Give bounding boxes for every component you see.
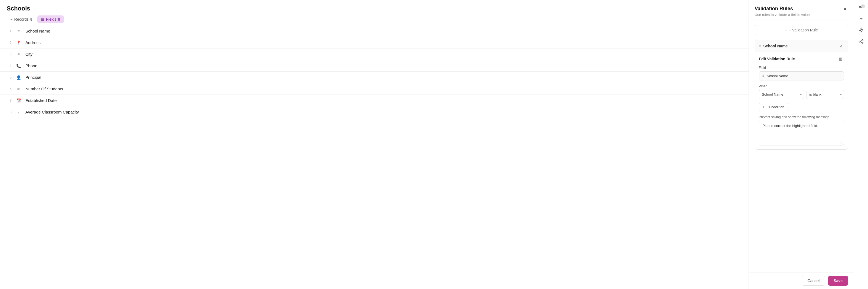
save-button[interactable]: Save <box>828 276 848 286</box>
field-name-2: Address <box>25 40 40 45</box>
field-select-lines-icon: ≡ <box>762 74 765 78</box>
field-num-1: 1 <box>7 29 11 33</box>
filter-icon <box>859 16 864 21</box>
panel-subtitle: Use rules to validate a field's value <box>755 13 848 17</box>
edit-rule-card: Edit Validation Rule 🗑 Field ≡ School Na… <box>755 52 848 149</box>
records-icon: ≡ <box>10 17 13 22</box>
right-sidebar: 1 <box>854 0 868 289</box>
tab-fields[interactable]: ▦ Fields 8 <box>37 15 64 23</box>
field-row: 6 # Number Of Students <box>0 83 749 95</box>
rule-lines-icon: ≡ <box>759 44 761 48</box>
field-num-4: 4 <box>7 64 11 68</box>
field-row: 2 📍 Address <box>0 37 749 48</box>
when-condition-select[interactable]: is blank is not blank equals does not eq… <box>806 90 844 99</box>
field-num-6: 6 <box>7 87 11 91</box>
field-label: Field <box>759 66 844 70</box>
field-name-7: Established Date <box>25 98 57 103</box>
collapse-rule-button[interactable]: ∧ <box>838 43 844 49</box>
when-field-select-wrapper: School Name Address City Phone Principal… <box>759 90 804 99</box>
field-name-5: Principal <box>25 75 41 80</box>
field-select-value: School Name <box>767 74 788 78</box>
rule-section-header: ≡ School Name 1 ∧ <box>755 40 848 52</box>
field-num-7: 7 <box>7 98 11 103</box>
field-icon-4: 📞 <box>16 64 21 68</box>
filter-button[interactable] <box>857 14 866 23</box>
field-name-4: Phone <box>25 63 37 68</box>
field-name-1: School Name <box>25 29 50 33</box>
title-menu-button[interactable]: ... <box>33 5 39 12</box>
plus-icon: + <box>762 105 765 109</box>
cancel-button[interactable]: Cancel <box>802 276 826 286</box>
main-content: Schools ... ≡ Records 5 ▦ Fields 8 1 ≡ S… <box>0 0 749 289</box>
edit-rule-title: Edit Validation Rule <box>759 57 795 61</box>
fields-icon: ▦ <box>41 17 44 22</box>
resize-handle: ⤡ <box>759 140 844 145</box>
svg-point-1 <box>862 40 863 41</box>
prevent-label: Prevent saving and show the following me… <box>759 115 844 119</box>
when-condition-select-wrapper: is blank is not blank equals does not eq… <box>806 90 844 99</box>
panel-body: + + Validation Rule ≡ School Name 1 ∧ Ed… <box>749 21 854 272</box>
add-rule-label: + Validation Rule <box>789 28 818 32</box>
tab-records-label: Records <box>14 17 29 22</box>
tabs-row: ≡ Records 5 ▦ Fields 8 <box>7 15 742 23</box>
field-icon-7: 📅 <box>16 98 21 103</box>
when-field-select[interactable]: School Name Address City Phone Principal… <box>759 90 804 99</box>
when-label: When <box>759 84 844 88</box>
bolt-icon <box>859 28 863 33</box>
field-icon-2: 📍 <box>16 40 21 45</box>
tab-fields-label: Fields <box>46 17 56 22</box>
field-row: 1 ≡ School Name <box>0 25 749 37</box>
rule-section-title: ≡ School Name 1 <box>759 44 792 48</box>
field-name-6: Number Of Students <box>25 86 63 91</box>
svg-point-0 <box>859 41 860 42</box>
field-name-3: City <box>25 52 33 57</box>
panel-footer: Cancel Save <box>749 272 854 289</box>
tab-records[interactable]: ≡ Records 5 <box>7 15 36 23</box>
rule-section-actions: ∧ <box>838 43 844 49</box>
field-num-2: 2 <box>7 40 11 45</box>
field-name-8: Average Classroom Capacity <box>25 110 79 114</box>
field-row: 3 ≡ City <box>0 48 749 60</box>
automation-button[interactable] <box>857 25 866 35</box>
close-panel-button[interactable]: ✕ <box>842 5 848 13</box>
edit-rule-title-row: Edit Validation Rule 🗑 <box>759 56 844 62</box>
field-icon-6: # <box>16 87 21 91</box>
tab-records-count: 5 <box>30 17 32 22</box>
field-icon-3: ≡ <box>16 52 21 57</box>
view-lines-button[interactable]: 1 <box>857 4 866 11</box>
page-title-row: Schools ... <box>7 5 742 12</box>
view-badge: 1 <box>861 4 865 8</box>
field-icon-8: ∑ <box>16 110 21 114</box>
panel-header: Validation Rules ✕ Use rules to validate… <box>749 0 854 21</box>
panel-title: Validation Rules <box>755 6 793 11</box>
when-row: School Name Address City Phone Principal… <box>759 90 844 99</box>
fields-list: 1 ≡ School Name 2 📍 Address 3 ≡ City 4 📞… <box>0 25 749 289</box>
validation-panel: Validation Rules ✕ Use rules to validate… <box>749 0 854 289</box>
message-textarea[interactable]: Please correct the highlighted field. <box>759 121 844 140</box>
field-select-display: ≡ School Name <box>759 71 844 80</box>
main-header: Schools ... ≡ Records 5 ▦ Fields 8 <box>0 0 749 23</box>
add-condition-label: + Condition <box>766 105 784 109</box>
field-row: 4 📞 Phone <box>0 60 749 72</box>
rule-count-badge: 1 <box>790 44 792 48</box>
connect-button[interactable] <box>857 37 866 46</box>
svg-point-2 <box>862 42 863 44</box>
tab-fields-count: 8 <box>58 17 60 22</box>
field-num-8: 8 <box>7 110 11 114</box>
rule-field-name: School Name <box>763 44 788 48</box>
rule-section: ≡ School Name 1 ∧ Edit Validation Rule 🗑… <box>755 40 848 150</box>
field-num-3: 3 <box>7 52 11 56</box>
delete-rule-button[interactable]: 🗑 <box>837 56 844 62</box>
add-rule-plus-icon: + <box>785 28 787 32</box>
field-icon-1: ≡ <box>16 29 21 33</box>
field-icon-5: 👤 <box>16 75 21 80</box>
field-num-5: 5 <box>7 75 11 79</box>
field-row: 8 ∑ Average Classroom Capacity <box>0 106 749 118</box>
connect-icon <box>859 39 864 44</box>
add-condition-button[interactable]: + + Condition <box>759 103 788 111</box>
message-textarea-wrapper: Please correct the highlighted field. ⤡ <box>759 121 844 145</box>
page-title: Schools <box>7 5 30 12</box>
field-row: 5 👤 Principal <box>0 72 749 83</box>
add-rule-button[interactable]: + + Validation Rule <box>755 25 848 35</box>
field-row: 7 📅 Established Date <box>0 95 749 106</box>
